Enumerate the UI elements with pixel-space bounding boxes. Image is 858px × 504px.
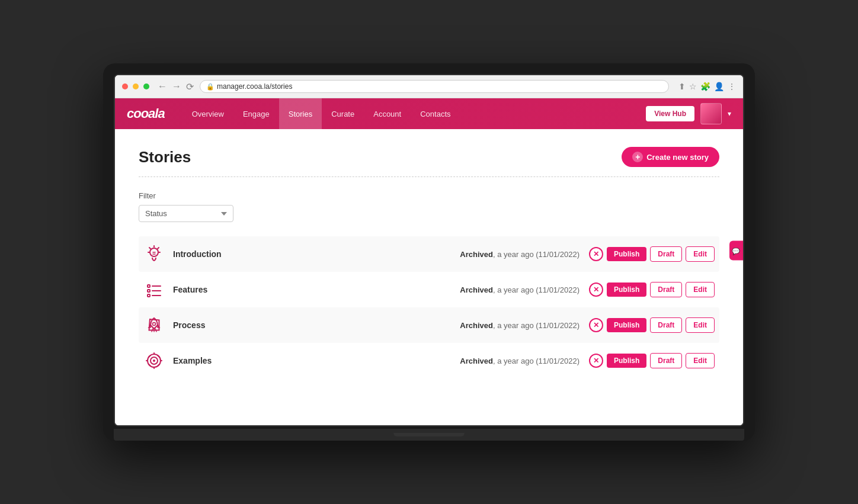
edit-button-introduction[interactable]: Edit bbox=[686, 246, 715, 262]
nav-stories[interactable]: Stories bbox=[279, 98, 322, 129]
story-row: Features Archived, a year ago (11/01/202… bbox=[139, 272, 719, 307]
story-status-introduction: Archived, a year ago (11/01/2022) bbox=[460, 250, 580, 259]
browser-close[interactable] bbox=[122, 84, 128, 89]
refresh-icon[interactable]: ⟳ bbox=[185, 81, 195, 92]
nav-overview[interactable]: Overview bbox=[183, 98, 233, 129]
more-icon[interactable]: ⋮ bbox=[728, 82, 736, 91]
browser-bar: ← → ⟳ 🔒 manager.cooa.la/stories ⬆ ☆ 🧩 👤 … bbox=[115, 75, 743, 98]
story-status-examples: Archived, a year ago (11/01/2022) bbox=[460, 357, 580, 365]
archive-button-examples[interactable]: ✕ bbox=[589, 354, 603, 368]
plus-icon: + bbox=[632, 152, 643, 162]
edit-button-process[interactable]: Edit bbox=[686, 317, 715, 333]
publish-button-introduction[interactable]: Publish bbox=[607, 247, 646, 261]
nav-curate[interactable]: Curate bbox=[322, 98, 364, 129]
hub-thumbnail[interactable] bbox=[700, 103, 722, 124]
main-content: Stories + Create new story Filter Status… bbox=[115, 129, 743, 425]
svg-point-18 bbox=[153, 359, 155, 362]
hub-dropdown-arrow[interactable]: ▾ bbox=[728, 110, 731, 118]
page-header: Stories + Create new story bbox=[139, 147, 719, 167]
story-row: Process Archived, a year ago (11/01/2022… bbox=[139, 307, 719, 343]
draft-button-features[interactable]: Draft bbox=[650, 282, 682, 297]
star-icon[interactable]: ☆ bbox=[689, 82, 697, 91]
svg-line-3 bbox=[149, 248, 151, 249]
laptop-hinge bbox=[393, 433, 465, 436]
nav-contacts[interactable]: Contacts bbox=[411, 98, 460, 129]
draft-button-introduction[interactable]: Draft bbox=[650, 246, 682, 262]
story-icon-introduction bbox=[143, 243, 165, 265]
browser-navigation: ← → ⟳ bbox=[156, 81, 195, 92]
stories-list: Introduction Archived, a year ago (11/01… bbox=[139, 236, 719, 378]
archive-button-features[interactable]: ✕ bbox=[589, 283, 603, 297]
page-title: Stories bbox=[139, 148, 191, 166]
profile-icon[interactable]: 👤 bbox=[714, 82, 724, 91]
story-name-features: Features bbox=[173, 285, 460, 294]
back-icon[interactable]: ← bbox=[156, 81, 168, 92]
browser-minimize[interactable] bbox=[133, 84, 139, 89]
story-row: Examples Archived, a year ago (11/01/202… bbox=[139, 343, 719, 378]
publish-button-features[interactable]: Publish bbox=[607, 283, 646, 297]
extension-icon[interactable]: 🧩 bbox=[700, 82, 710, 91]
create-button-label: Create new story bbox=[646, 153, 709, 162]
svg-line-2 bbox=[158, 248, 159, 249]
svg-rect-8 bbox=[148, 285, 150, 287]
story-status-process: Archived, a year ago (11/01/2022) bbox=[460, 321, 580, 330]
nav-right-section: View Hub ▾ bbox=[646, 103, 731, 124]
nav-engage[interactable]: Engage bbox=[233, 98, 279, 129]
divider bbox=[139, 176, 719, 177]
story-icon-features bbox=[143, 279, 165, 300]
story-status-features: Archived, a year ago (11/01/2022) bbox=[460, 285, 580, 294]
story-actions-features: ✕ Publish Draft Edit bbox=[589, 282, 715, 297]
story-name-examples: Examples bbox=[173, 356, 460, 365]
story-actions-introduction: ✕ Publish Draft Edit bbox=[589, 246, 715, 262]
forward-icon[interactable]: → bbox=[171, 81, 183, 92]
status-filter[interactable]: Status Published Draft Archived bbox=[139, 205, 233, 222]
publish-button-examples[interactable]: Publish bbox=[607, 354, 646, 368]
view-hub-button[interactable]: View Hub bbox=[646, 106, 694, 121]
logo[interactable]: cooala bbox=[127, 106, 165, 121]
svg-rect-12 bbox=[148, 294, 150, 297]
lock-icon: 🔒 bbox=[206, 83, 214, 91]
archive-button-process[interactable]: ✕ bbox=[589, 318, 603, 332]
draft-button-process[interactable]: Draft bbox=[650, 317, 682, 333]
publish-button-process[interactable]: Publish bbox=[607, 318, 646, 332]
url-text: manager.cooa.la/stories bbox=[217, 82, 292, 91]
story-actions-process: ✕ Publish Draft Edit bbox=[589, 317, 715, 333]
filter-label: Filter bbox=[139, 191, 719, 200]
top-navigation: cooala Overview Engage Stories Curate Ac… bbox=[115, 98, 743, 129]
browser-maximize[interactable] bbox=[143, 84, 149, 89]
nav-links: Overview Engage Stories Curate Account C… bbox=[183, 98, 646, 129]
feedback-tab[interactable]: 💬 bbox=[729, 240, 743, 260]
story-actions-examples: ✕ Publish Draft Edit bbox=[589, 353, 715, 368]
archive-button-introduction[interactable]: ✕ bbox=[589, 247, 603, 261]
svg-rect-10 bbox=[148, 290, 150, 292]
story-icon-examples bbox=[143, 350, 165, 371]
share-icon[interactable]: ⬆ bbox=[678, 82, 686, 91]
nav-account[interactable]: Account bbox=[364, 98, 411, 129]
story-name-process: Process bbox=[173, 320, 460, 330]
edit-button-features[interactable]: Edit bbox=[686, 282, 715, 297]
story-row: Introduction Archived, a year ago (11/01… bbox=[139, 236, 719, 272]
filter-section: Filter Status Published Draft Archived bbox=[139, 191, 719, 222]
edit-button-examples[interactable]: Edit bbox=[686, 353, 715, 368]
svg-point-15 bbox=[153, 323, 156, 326]
create-story-button[interactable]: + Create new story bbox=[622, 147, 719, 167]
browser-toolbar: ⬆ ☆ 🧩 👤 ⋮ bbox=[678, 82, 736, 91]
address-bar[interactable]: 🔒 manager.cooa.la/stories bbox=[200, 80, 669, 93]
draft-button-examples[interactable]: Draft bbox=[650, 353, 682, 368]
story-icon-process bbox=[143, 314, 165, 336]
story-name-introduction: Introduction bbox=[173, 249, 460, 259]
